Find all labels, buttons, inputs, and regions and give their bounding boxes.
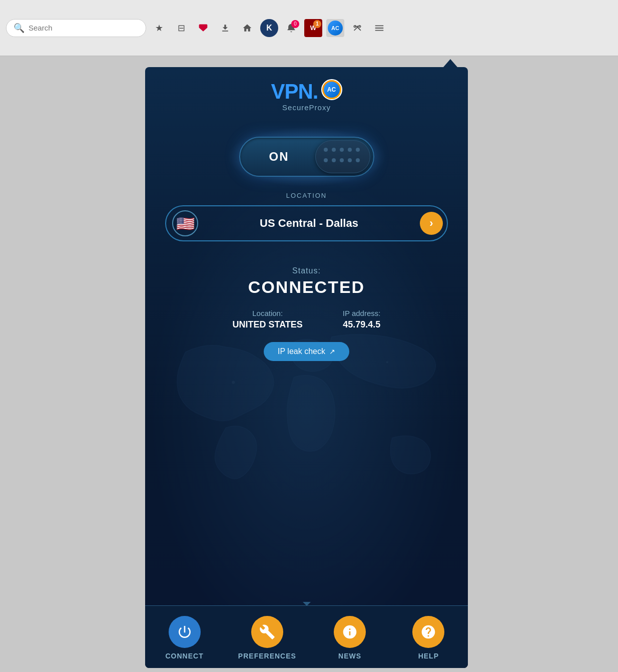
- bookmark-star-button[interactable]: ★: [150, 19, 168, 37]
- help-nav-label: HELP: [418, 652, 439, 660]
- vpn-logo-subtitle: SecureProxy: [282, 103, 331, 112]
- location-section: LOCATION 🇺🇸 US Central - Dallas ›: [145, 187, 468, 251]
- status-details: Location: UNITED STATES IP address: 45.7…: [233, 309, 381, 330]
- ublock-button[interactable]: W 1: [304, 19, 322, 37]
- adblock-button[interactable]: AC: [326, 19, 344, 37]
- toggle-on-side: ON: [243, 150, 315, 164]
- vpn-logo: VPN. AC SecureProxy: [271, 81, 342, 112]
- news-icon-circle: [334, 616, 366, 648]
- bottom-navigation: CONNECT PREFERENCES NEWS: [145, 605, 468, 668]
- location-label: LOCATION: [286, 192, 327, 199]
- menu-button[interactable]: [370, 19, 388, 37]
- dot-9: [348, 158, 352, 162]
- location-detail: Location: UNITED STATES: [233, 309, 303, 330]
- status-value: CONNECTED: [248, 277, 365, 297]
- home-button[interactable]: [238, 19, 256, 37]
- location-flag: 🇺🇸: [172, 210, 198, 236]
- connect-nav-label: CONNECT: [165, 652, 203, 660]
- question-icon: [420, 624, 436, 640]
- location-name: US Central - Dallas: [204, 217, 414, 230]
- vpn-popup: VPN. AC SecureProxy ON: [145, 59, 468, 668]
- preferences-nav-label: PREFERENCES: [238, 652, 296, 660]
- toggle-area: ON: [145, 122, 468, 187]
- nav-item-help[interactable]: HELP: [403, 616, 453, 660]
- news-nav-label: NEWS: [338, 652, 361, 660]
- status-section: Status: CONNECTED Location: UNITED STATE…: [145, 251, 468, 371]
- search-box[interactable]: 🔍: [6, 19, 146, 37]
- pocket-button[interactable]: [194, 19, 212, 37]
- dot-1: [324, 148, 328, 152]
- search-icon: 🔍: [14, 23, 25, 34]
- vpn-header: VPN. AC SecureProxy: [145, 67, 468, 122]
- dot-3: [340, 148, 344, 152]
- ip-detail-value: 45.79.4.5: [343, 319, 380, 330]
- toggle-state-label: ON: [269, 150, 289, 164]
- preferences-icon-circle: [251, 616, 283, 648]
- reader-view-button[interactable]: ⊟: [172, 19, 190, 37]
- toggle-glow: ON: [239, 137, 374, 177]
- wrench-icon: [259, 624, 275, 640]
- dot-6: [324, 158, 328, 162]
- ac-badge: AC: [321, 79, 342, 100]
- status-label: Status:: [292, 266, 321, 275]
- vpn-logo-text: VPN.: [271, 81, 318, 102]
- ublock-badge: 1: [313, 20, 321, 28]
- dot-8: [340, 158, 344, 162]
- scissors-button[interactable]: [348, 19, 366, 37]
- browser-toolbar: 🔍 ★ ⊟ K 0 W 1 AC: [0, 0, 618, 56]
- toggle-thumb: [315, 140, 370, 173]
- nav-item-news[interactable]: NEWS: [325, 616, 375, 660]
- popup-arrow: [443, 59, 457, 67]
- dot-2: [332, 148, 336, 152]
- dot-5: [356, 148, 360, 152]
- ip-detail-label: IP address:: [343, 309, 381, 317]
- power-toggle[interactable]: ON: [239, 137, 374, 177]
- notifications-badge: 0: [291, 20, 299, 28]
- kaspersky-button[interactable]: K: [260, 19, 278, 37]
- nav-item-connect[interactable]: CONNECT: [160, 616, 210, 660]
- location-selector[interactable]: 🇺🇸 US Central - Dallas ›: [165, 205, 448, 241]
- connect-icon-circle: [169, 616, 201, 648]
- power-icon: [177, 624, 193, 640]
- vpn-panel: VPN. AC SecureProxy ON: [145, 67, 468, 668]
- dot-10: [356, 158, 360, 162]
- nav-divider-chevron: [303, 602, 311, 606]
- download-button[interactable]: [216, 19, 234, 37]
- notifications-button[interactable]: 0: [282, 19, 300, 37]
- external-link-icon: ↗: [329, 348, 335, 356]
- nav-item-preferences[interactable]: PREFERENCES: [238, 616, 296, 660]
- dot-7: [332, 158, 336, 162]
- location-detail-value: UNITED STATES: [233, 319, 303, 330]
- ip-leak-check-button[interactable]: IP leak check ↗: [264, 342, 349, 361]
- location-detail-label: Location:: [252, 309, 283, 317]
- location-arrow-button[interactable]: ›: [420, 212, 443, 235]
- ip-leak-btn-label: IP leak check: [278, 347, 325, 356]
- search-input[interactable]: [29, 24, 139, 32]
- info-icon: [342, 624, 358, 640]
- chevron-right-icon: ›: [429, 218, 433, 229]
- help-icon-circle: [412, 616, 444, 648]
- ip-detail: IP address: 45.79.4.5: [343, 309, 381, 330]
- dot-4: [348, 148, 352, 152]
